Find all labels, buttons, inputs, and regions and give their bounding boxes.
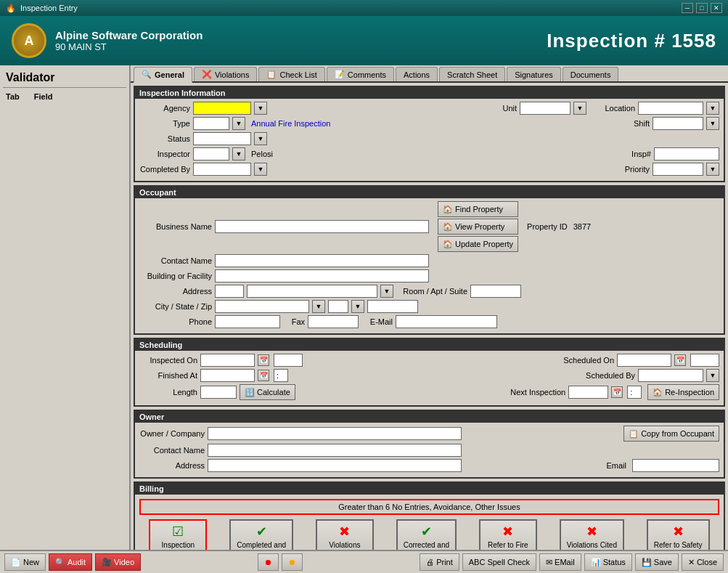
priority-dropdown[interactable]: ▼ (706, 163, 719, 176)
zip-input[interactable]: 10533- (367, 300, 418, 313)
room-input[interactable] (470, 285, 521, 298)
inspection-scheduled-button[interactable]: ☑ InspectionScheduled (149, 519, 207, 550)
agency-input[interactable] (193, 102, 251, 115)
company-logo: A (12, 23, 46, 58)
scheduled-on-time[interactable]: 13:53 (690, 354, 719, 367)
finished-at-cal[interactable]: 📅 (258, 370, 269, 381)
minimize-button[interactable]: ─ (682, 3, 693, 13)
type-dropdown[interactable]: ▼ (232, 117, 245, 130)
unit-input[interactable] (520, 102, 570, 115)
tab-signatures[interactable]: Signatures (507, 67, 561, 81)
new-button[interactable]: 📄 New (4, 553, 46, 571)
phone-input[interactable]: 914-991-00 (215, 315, 280, 328)
finished-at-colon (274, 369, 288, 382)
city-dropdown[interactable]: ▼ (312, 300, 325, 313)
finished-at-label: Finished At (139, 371, 197, 380)
length-input[interactable]: 0.00 (200, 386, 237, 399)
owner-contact-input[interactable] (208, 444, 462, 457)
completed-compliant-button[interactable]: ✔ Completed andCompliant (229, 519, 293, 550)
scheduled-on-cal[interactable]: 📅 (674, 354, 686, 366)
calculate-button[interactable]: 🔢 Calculate (240, 384, 295, 400)
new-icon: 📄 (11, 558, 21, 567)
scheduled-by-input[interactable] (638, 369, 703, 382)
scheduled-by-dropdown[interactable]: ▼ (706, 369, 719, 382)
inspected-on-time[interactable]: 00:00 (274, 354, 303, 367)
violations-found-button[interactable]: ✖ ViolationsFound (316, 519, 374, 550)
shift-input[interactable] (653, 117, 703, 130)
next-inspection-date[interactable]: / / (568, 386, 608, 399)
contact-name-input[interactable] (215, 254, 429, 267)
scheduled-on-date[interactable]: 07/15/2024 (617, 354, 671, 367)
tab-documents[interactable]: Documents (563, 67, 619, 81)
inspected-on-date[interactable]: 07/16/2025 (200, 354, 255, 367)
violations-cited-button[interactable]: ✖ Violations Cited (560, 519, 624, 550)
completedby-input[interactable] (193, 163, 251, 176)
audit-icon: 🔍 (55, 558, 65, 567)
type-input[interactable]: AFI (193, 117, 229, 130)
tab-actions[interactable]: Actions (396, 67, 438, 81)
email-button[interactable]: ✉ EMail (539, 553, 581, 571)
record-button-2[interactable]: ⏺ (282, 553, 303, 571)
shift-dropdown[interactable]: ▼ (706, 117, 719, 130)
building-facility-input[interactable] (215, 269, 429, 283)
record-button-1[interactable]: ⏺ (258, 553, 279, 571)
inspector-input[interactable]: 180 (193, 147, 229, 160)
audit-button[interactable]: 🔍 Audit (49, 553, 92, 571)
inspection-info-section: Inspection Information Agency ▼ Unit ▼ L… (134, 86, 725, 182)
tab-checklist[interactable]: 📋 Check List (258, 67, 324, 81)
refer-safety-supervisor-button[interactable]: ✖ Refer to SafetySupervisor (647, 519, 710, 550)
status-input[interactable] (193, 132, 251, 145)
address-number-input[interactable]: 90 (215, 285, 244, 298)
close-window-button[interactable]: ✕ (711, 3, 722, 13)
next-inspection-cal[interactable]: 📅 (611, 386, 623, 398)
find-property-button[interactable]: 🏠 Find Property (438, 201, 518, 217)
owner-company-input[interactable]: IRVINGTON FIRE DEPARTMENT (208, 427, 462, 440)
general-tab-icon: 🔍 (142, 70, 152, 79)
phone-label: Phone (139, 317, 212, 326)
business-name-input[interactable]: IRVINGTON FIRE DEPARTMENT (215, 220, 429, 233)
tab-general[interactable]: 🔍 General (134, 67, 192, 83)
spell-check-button[interactable]: ABC Spell Check (462, 553, 536, 571)
location-input[interactable] (638, 102, 703, 115)
save-button[interactable]: 💾 Save (635, 553, 679, 571)
reinspection-button[interactable]: 🏠 Re-Inspection (647, 384, 719, 400)
maximize-button[interactable]: □ (696, 3, 708, 13)
save-icon: 💾 (642, 558, 652, 567)
inspector-dropdown[interactable]: ▼ (232, 147, 245, 160)
copy-from-occupant-button[interactable]: 📋 Copy from Occupant (623, 426, 719, 442)
agency-dropdown[interactable]: ▼ (254, 102, 267, 115)
finished-at-date[interactable]: / / (200, 369, 255, 382)
email-input-occupant[interactable] (396, 315, 497, 328)
status-button[interactable]: 📊 Status (584, 553, 632, 571)
status-dropdown[interactable]: ▼ (254, 132, 267, 145)
billing-header: Billing (135, 483, 724, 495)
tab-scratch[interactable]: Scratch Sheet (439, 67, 505, 81)
location-label: Location (595, 104, 635, 113)
owner-address-input[interactable]: 90 MAIN ST (208, 459, 462, 472)
corrected-compliant-button[interactable]: ✔ Corrected andCompliant (396, 519, 457, 550)
inspected-on-cal[interactable]: 📅 (258, 354, 269, 366)
video-button[interactable]: 🎥 Video (95, 553, 141, 571)
address-dropdown[interactable]: ▼ (380, 285, 393, 298)
print-button[interactable]: 🖨 Print (420, 553, 459, 571)
priority-input[interactable] (653, 163, 703, 176)
fax-input[interactable]: - - (308, 315, 359, 328)
location-dropdown[interactable]: ▼ (706, 102, 719, 115)
completedby-dropdown[interactable]: ▼ (254, 163, 267, 176)
tab-comments[interactable]: 📝 Comments (327, 67, 394, 81)
close-button[interactable]: ✕ Close (682, 553, 724, 571)
update-property-button[interactable]: 🏠 Update Property (438, 236, 518, 252)
owner-section: Owner Owner / Company IRVINGTON FIRE DEP… (134, 410, 725, 479)
unit-dropdown[interactable]: ▼ (573, 102, 586, 115)
state-input[interactable]: NY (328, 300, 348, 313)
inspection-number: 1558 (671, 30, 716, 52)
tab-violations[interactable]: ❌ Violations (194, 67, 258, 81)
owner-email-input[interactable] (632, 459, 719, 472)
address-street-input[interactable]: MAIN ST (247, 285, 377, 298)
title-bar-text: Inspection Entry (20, 4, 78, 12)
city-input[interactable]: IRVINGTON (215, 300, 309, 313)
refer-fire-inspector-button[interactable]: ✖ Refer to FireInspector (479, 519, 537, 550)
view-property-button[interactable]: 🏠 View Property (438, 219, 518, 235)
state-dropdown[interactable]: ▼ (351, 300, 364, 313)
inspno-input[interactable] (654, 147, 719, 160)
